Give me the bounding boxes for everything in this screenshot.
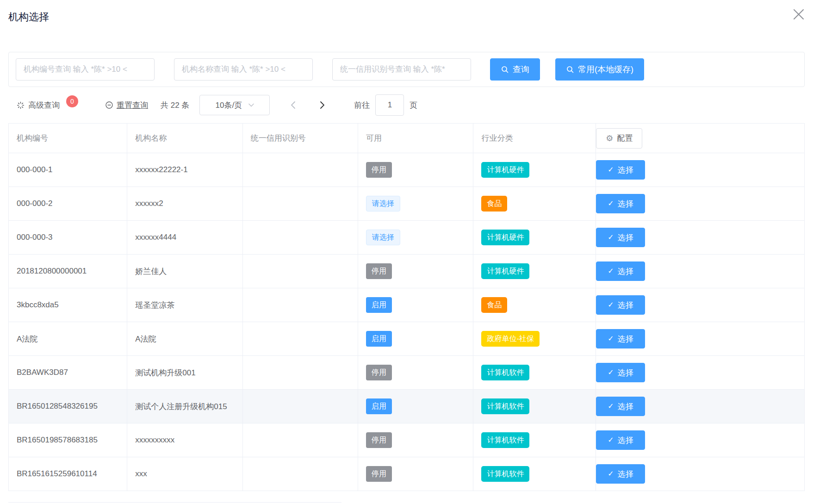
org-name-input[interactable] [174, 58, 313, 81]
cell-org-name: xxxxxx22222-1 [127, 153, 242, 187]
cell-credit-code [242, 356, 358, 390]
status-badge[interactable]: 停用 [366, 365, 392, 380]
check-icon: ✓ [608, 335, 614, 342]
industry-tag: 计算机软件 [481, 398, 529, 414]
chevron-right-icon [320, 101, 325, 109]
select-button[interactable]: ✓选择 [596, 261, 645, 281]
goto-page-input[interactable] [375, 94, 404, 116]
table-row: 2018120800000001 娇兰佳人 停用 计算机硬件 ✓选择 [9, 255, 805, 288]
status-badge[interactable]: 停用 [366, 466, 392, 482]
page-size-value: 10条/页 [216, 100, 242, 111]
cell-credit-code [242, 221, 358, 255]
status-badge[interactable]: 启用 [366, 398, 392, 414]
page-size-select[interactable]: 10条/页 [199, 95, 270, 115]
search-icon [566, 65, 574, 74]
cell-org-name: xxxxxxxxxx [127, 423, 242, 457]
industry-tag: 计算机软件 [481, 365, 529, 380]
select-button[interactable]: ✓选择 [596, 363, 645, 382]
cell-org-name: 测试机构升级001 [127, 356, 242, 390]
check-icon: ✓ [608, 436, 614, 444]
org-code-input[interactable] [16, 58, 155, 81]
goto-page: 前往 页 [354, 94, 417, 116]
industry-tag: 计算机硬件 [481, 162, 529, 178]
status-badge[interactable]: 停用 [366, 263, 392, 279]
col-header-available: 可用 [358, 124, 473, 153]
check-icon: ✓ [608, 369, 614, 376]
status-badge[interactable]: 启用 [366, 331, 392, 347]
industry-tag: 政府单位-社保 [481, 331, 539, 347]
status-badge[interactable]: 停用 [366, 432, 392, 448]
cell-org-code: BR1650128548326195 [9, 390, 127, 423]
advanced-query-label: 高级查询 [28, 100, 60, 111]
select-button[interactable]: ✓选择 [596, 464, 645, 484]
status-badge[interactable]: 请选择 [366, 230, 400, 245]
advanced-query-badge: 0 [66, 95, 78, 107]
close-icon[interactable] [790, 6, 807, 23]
table-row: BR1650128548326195 测试个人注册升级机构015 启用 计算机软… [9, 390, 805, 423]
cell-credit-code [242, 457, 358, 491]
cell-credit-code [242, 255, 358, 288]
status-badge[interactable]: 启用 [366, 297, 392, 313]
next-page-button[interactable] [317, 98, 328, 112]
select-button[interactable]: ✓选择 [596, 160, 645, 180]
select-button[interactable]: ✓选择 [596, 397, 645, 416]
cell-org-code: B2BAWK3D87 [9, 356, 127, 390]
config-button-label: 配置 [617, 133, 633, 143]
next-row-sliver [8, 502, 341, 503]
table-row: 000-000-1 xxxxxx22222-1 停用 计算机硬件 ✓选择 [9, 153, 805, 187]
cell-org-code: 2018120800000001 [9, 255, 127, 288]
col-header-credit-code: 统一信用识别号 [242, 124, 358, 153]
pagination-toolbar: 高级查询 0 重置查询 共 22 条 10条/页 前往 页 [8, 94, 805, 116]
cell-org-name: 测试个人注册升级机构015 [127, 390, 242, 423]
prev-page-button[interactable] [287, 98, 298, 112]
chevron-down-icon [248, 103, 254, 107]
credit-code-input[interactable] [332, 58, 471, 81]
common-cache-button-label: 常用(本地缓存) [578, 64, 633, 75]
check-icon: ✓ [608, 268, 614, 275]
cell-credit-code [242, 288, 358, 322]
cell-org-name: xxx [127, 457, 242, 491]
col-header-action: ⚙ 配置 [596, 124, 805, 153]
table-row: BR1651615259610114 xxx 停用 计算机软件 ✓选择 [9, 457, 805, 491]
goto-label-prefix: 前往 [354, 100, 370, 111]
cell-org-name: 娇兰佳人 [127, 255, 242, 288]
select-button[interactable]: ✓选择 [596, 194, 645, 213]
org-select-dialog: 机构选择 查询 常用(本地缓存) 高级查询 0 重置查询 共 22 条 10 [0, 0, 813, 504]
table-row: B2BAWK3D87 测试机构升级001 停用 计算机软件 ✓选择 [9, 356, 805, 390]
industry-tag: 计算机硬件 [481, 263, 529, 279]
org-table: 机构编号 机构名称 统一信用识别号 可用 行业分类 ⚙ 配置 000-000-1… [8, 123, 805, 491]
industry-tag: 食品 [481, 196, 507, 212]
check-icon: ✓ [608, 470, 614, 478]
cell-credit-code [242, 423, 358, 457]
cell-org-code: 3kbcc8xda5 [9, 288, 127, 322]
table-row: 000-000-2 xxxxxx2 请选择 食品 ✓选择 [9, 187, 805, 221]
cell-credit-code [242, 322, 358, 356]
search-panel: 查询 常用(本地缓存) [8, 52, 805, 87]
reset-query-link[interactable]: 重置查询 [105, 100, 148, 111]
cell-org-name: xxxxxx2 [127, 187, 242, 221]
col-header-org-code: 机构编号 [9, 124, 127, 153]
select-button[interactable]: ✓选择 [596, 228, 645, 247]
check-icon: ✓ [608, 234, 614, 241]
cell-credit-code [242, 153, 358, 187]
select-button[interactable]: ✓选择 [596, 430, 645, 450]
goto-label-suffix: 页 [410, 100, 417, 111]
cell-credit-code [242, 390, 358, 423]
check-icon: ✓ [608, 166, 614, 174]
config-button[interactable]: ⚙ 配置 [596, 128, 642, 149]
status-badge[interactable]: 停用 [366, 162, 392, 178]
common-cache-button[interactable]: 常用(本地缓存) [555, 58, 644, 81]
status-badge[interactable]: 请选择 [366, 196, 400, 212]
select-button[interactable]: ✓选择 [596, 329, 645, 348]
table-row: BR1650198578683185 xxxxxxxxxx 停用 计算机软件 ✓… [9, 423, 805, 457]
query-button[interactable]: 查询 [490, 58, 540, 81]
reset-query-label: 重置查询 [117, 100, 148, 111]
select-button[interactable]: ✓选择 [596, 295, 645, 315]
advanced-query-link[interactable]: 高级查询 0 [17, 99, 78, 111]
check-icon: ✓ [608, 403, 614, 410]
spinner-icon [17, 101, 25, 109]
col-header-org-name: 机构名称 [127, 124, 242, 153]
table-row: 3kbcc8xda5 瑶圣堂凉茶 启用 食品 ✓选择 [9, 288, 805, 322]
chevron-left-icon [290, 101, 296, 109]
gear-icon: ⚙ [606, 134, 613, 143]
